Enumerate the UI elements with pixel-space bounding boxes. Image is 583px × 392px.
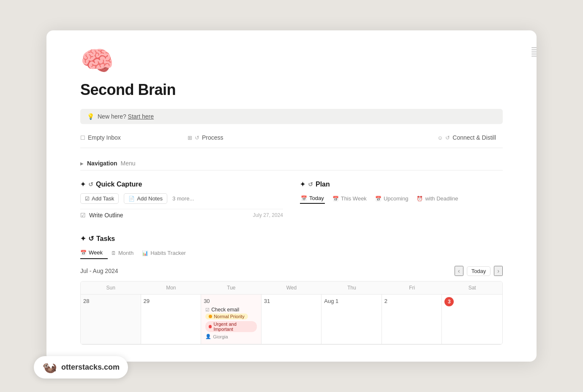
cal-today-button[interactable]: Today bbox=[467, 266, 491, 276]
app-window: 🧠 Second Brain 💡 New here? Start here ☐ … bbox=[46, 30, 537, 362]
day-header-wed: Wed bbox=[262, 281, 322, 294]
cal-prev-button[interactable]: ‹ bbox=[455, 266, 463, 276]
scrollbar[interactable] bbox=[531, 47, 533, 57]
connect-label: Connect & Distill bbox=[452, 134, 496, 141]
tasks-refresh: ↺ bbox=[88, 235, 94, 243]
cal-cell-29[interactable]: 29 bbox=[141, 295, 202, 344]
plan-icon: ✦ bbox=[300, 181, 305, 188]
calendar-header: Jul - Aug 2024 ‹ Today › bbox=[80, 266, 503, 276]
calendar-grid: Sun Mon Tue Wed Thu Fri Sat 28 29 bbox=[80, 281, 503, 345]
today-tab-icon: 📅 bbox=[301, 195, 307, 201]
deadline-tab-label: with Deadline bbox=[425, 195, 458, 202]
navigation-menu-row[interactable]: ▶ Navigation Menu bbox=[80, 157, 503, 170]
task-checkbox-icon[interactable]: ☑ bbox=[80, 212, 86, 219]
deadline-tab-icon: ⏰ bbox=[417, 196, 423, 202]
plan-section: ✦ ↺ Plan 📅 Today 📅 This Week 📅 U bbox=[300, 181, 503, 221]
scrollbar-line-3 bbox=[531, 51, 537, 52]
tasks-tab-month[interactable]: 🗓 Month bbox=[111, 248, 139, 259]
event-title-text: Check email bbox=[211, 307, 239, 313]
cal-event-title: ☑ Check email bbox=[205, 307, 257, 313]
watermark-emoji: 🦦 bbox=[42, 360, 57, 374]
cal-date-aug1: Aug 1 bbox=[324, 298, 338, 304]
plan-title: Plan bbox=[316, 181, 330, 188]
plan-tab-deadline[interactable]: ⏰ with Deadline bbox=[416, 193, 459, 204]
task-item: ☑ Write Outline July 27, 2024 bbox=[80, 209, 283, 221]
cal-next-button[interactable]: › bbox=[494, 266, 503, 276]
task-date: July 27, 2024 bbox=[253, 212, 283, 218]
calendar-cells: 28 29 30 ☑ Check email bbox=[81, 295, 502, 344]
nav-menu-label: Navigation bbox=[87, 160, 117, 167]
brain-icon: 🧠 bbox=[80, 47, 503, 74]
cal-cell-30[interactable]: 30 ☑ Check email Normal Priority bbox=[201, 295, 262, 344]
tasks-section-header: ✦ ↺ Tasks bbox=[80, 235, 503, 243]
upcoming-tab-icon: 📅 bbox=[375, 196, 381, 202]
add-task-button[interactable]: ☑ Add Task bbox=[80, 193, 119, 204]
empty-inbox-label: Empty Inbox bbox=[88, 134, 121, 141]
cal-date-28: 28 bbox=[83, 298, 89, 304]
event-check-icon: ☑ bbox=[205, 307, 210, 313]
start-here-link[interactable]: Start here bbox=[128, 113, 154, 120]
cal-event-check-email: ☑ Check email Normal Priority Urgent and… bbox=[204, 306, 259, 340]
plan-tab-today[interactable]: 📅 Today bbox=[300, 193, 325, 204]
plan-tab-this-week[interactable]: 📅 This Week bbox=[332, 193, 368, 204]
calendar-nav: ‹ Today › bbox=[455, 266, 503, 276]
task-name: Write Outline bbox=[89, 212, 123, 219]
inbox-icon: ☐ bbox=[80, 135, 85, 141]
plan-header: ✦ ↺ Plan bbox=[300, 181, 503, 188]
tasks-title: Tasks bbox=[96, 235, 115, 243]
cal-cell-31[interactable]: 31 bbox=[262, 295, 322, 344]
page-title: Second Brain bbox=[80, 81, 503, 99]
nav-links-row: ☐ Empty Inbox ⊞ ↺ Process ☺ ↺ Connect & … bbox=[80, 132, 503, 148]
tasks-section: ✦ ↺ Tasks 📅 Week 🗓 Month 📊 Habits Tracke… bbox=[80, 235, 503, 345]
notice-bar: 💡 New here? Start here bbox=[80, 109, 503, 124]
tasks-tab-week[interactable]: 📅 Week bbox=[80, 248, 108, 259]
add-task-icon: ☑ bbox=[85, 196, 90, 202]
scrollbar-line-1 bbox=[531, 47, 537, 48]
day-header-tue: Tue bbox=[201, 281, 262, 294]
more-button[interactable]: 3 more... bbox=[172, 195, 194, 202]
day-header-sun: Sun bbox=[81, 281, 141, 294]
quick-capture-icon: ✦ bbox=[80, 181, 86, 188]
cal-date-2: 2 bbox=[384, 298, 387, 304]
plan-tabs: 📅 Today 📅 This Week 📅 Upcoming ⏰ with De… bbox=[300, 193, 503, 204]
plan-tab-upcoming[interactable]: 📅 Upcoming bbox=[374, 193, 409, 204]
tasks-icon: ✦ bbox=[80, 235, 86, 243]
week-tab-icon: 📅 bbox=[80, 250, 87, 256]
cal-cell-2[interactable]: 2 bbox=[382, 295, 442, 344]
cal-tag-urgent: Urgent and Important bbox=[205, 321, 257, 332]
scrollbar-line-5 bbox=[531, 56, 537, 57]
two-col-section: ✦ ↺ Quick Capture ☑ Add Task 📄 Add Notes… bbox=[80, 181, 503, 221]
quick-capture-title: Quick Capture bbox=[96, 181, 142, 188]
plan-refresh: ↺ bbox=[308, 181, 313, 188]
notice-text: New here? Start here bbox=[98, 113, 154, 120]
day-header-mon: Mon bbox=[141, 281, 202, 294]
cal-date-30: 30 bbox=[204, 298, 210, 304]
cal-cell-28[interactable]: 28 bbox=[81, 295, 141, 344]
empty-inbox-link[interactable]: ☐ Empty Inbox bbox=[80, 132, 188, 143]
quick-capture-section: ✦ ↺ Quick Capture ☑ Add Task 📄 Add Notes… bbox=[80, 181, 283, 221]
cal-cell-3[interactable]: 3 bbox=[442, 295, 502, 344]
tasks-tab-habits[interactable]: 📊 Habits Tracker bbox=[142, 248, 191, 259]
process-link[interactable]: ⊞ ↺ Process bbox=[188, 132, 295, 143]
this-week-tab-icon: 📅 bbox=[332, 196, 339, 202]
cal-date-29: 29 bbox=[144, 298, 150, 304]
scrollbar-line-2 bbox=[531, 49, 537, 50]
quick-capture-refresh: ↺ bbox=[88, 181, 93, 188]
add-notes-button[interactable]: 📄 Add Notes bbox=[124, 193, 167, 204]
cal-cell-aug1[interactable]: Aug 1 bbox=[321, 295, 382, 344]
cal-user-row: 👤 Giorgia bbox=[205, 334, 257, 339]
add-task-label: Add Task bbox=[92, 195, 114, 202]
tasks-tabs: 📅 Week 🗓 Month 📊 Habits Tracker bbox=[80, 248, 503, 259]
user-avatar-icon: 👤 bbox=[205, 334, 211, 339]
cal-tag-normal: Normal Priority bbox=[205, 314, 248, 319]
urgent-priority-dot bbox=[209, 325, 212, 328]
urgent-priority-label: Urgent and Important bbox=[213, 322, 253, 332]
month-tab-icon: 🗓 bbox=[111, 250, 116, 256]
lightbulb-icon: 💡 bbox=[87, 113, 94, 120]
connect-distill-link[interactable]: ☺ ↺ Connect & Distill bbox=[295, 132, 503, 143]
day-header-sat: Sat bbox=[442, 281, 502, 294]
connect-refresh-icon: ↺ bbox=[445, 135, 450, 141]
month-tab-label: Month bbox=[118, 250, 133, 256]
this-week-tab-label: This Week bbox=[341, 195, 367, 202]
expand-icon: ▶ bbox=[80, 161, 84, 166]
